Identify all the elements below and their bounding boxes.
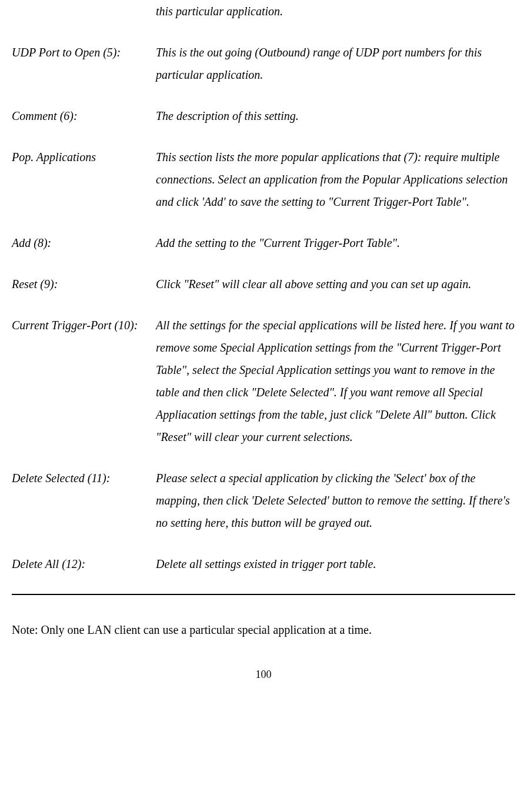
page-number: 100 [12,664,515,684]
definition-entry: Delete Selected (11): Please select a sp… [12,467,515,534]
definition-entry: UDP Port to Open (5): This is the out go… [12,41,515,86]
term-label: Add (8): [12,232,156,254]
definition-entry: Comment (6): The description of this set… [12,105,515,127]
term-label: Pop. Applications [12,146,156,213]
term-description: Delete all settings existed in trigger p… [156,553,515,575]
term-description: The description of this setting. [156,105,515,127]
definition-entry: Add (8): Add the setting to the "Current… [12,232,515,254]
term-description: This is the out going (Outbound) range o… [156,41,515,86]
term-label: Comment (6): [12,105,156,127]
term-label: Reset (9): [12,273,156,295]
term-label: Delete All (12): [12,553,156,575]
term-label: Current Trigger-Port (10): [12,314,156,448]
fragment-top: this particular application. [156,0,515,22]
section-divider [12,594,515,595]
term-description: This section lists the more popular appl… [156,146,515,213]
term-description: Please select a special application by c… [156,467,515,534]
definition-entry: Delete All (12): Delete all settings exi… [12,553,515,575]
term-description: All the settings for the special applica… [156,314,515,448]
term-label: UDP Port to Open (5): [12,41,156,86]
term-description: Add the setting to the "Current Trigger-… [156,232,515,254]
definition-entry: Reset (9): Click "Reset" will clear all … [12,273,515,295]
term-description: Click "Reset" will clear all above setti… [156,273,515,295]
definition-entry: Current Trigger-Port (10): All the setti… [12,314,515,448]
footer-note: Note: Only one LAN client can use a part… [12,619,515,641]
term-label: Delete Selected (11): [12,467,156,534]
definition-entry: Pop. Applications This section lists the… [12,146,515,213]
